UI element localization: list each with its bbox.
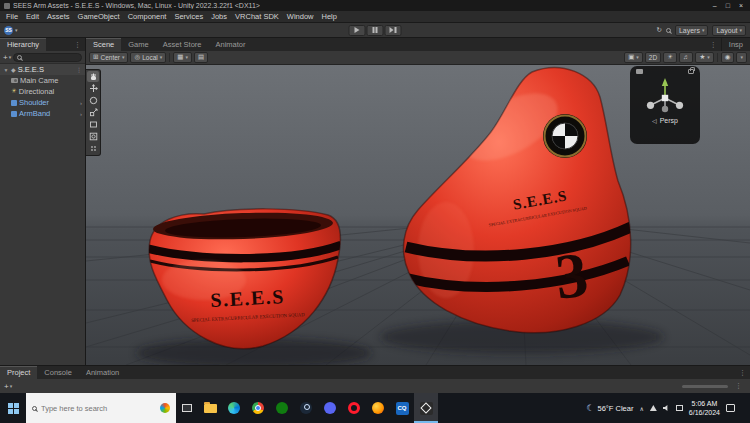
scene-orientation-gizmo[interactable]: ◁ Persp [630,66,700,144]
close-button[interactable]: × [739,2,743,9]
search-highlights-icon[interactable] [160,403,170,413]
menu-edit[interactable]: Edit [22,12,43,21]
network-icon[interactable] [650,405,657,411]
panel-menu-icon[interactable]: ⋮ [735,382,742,390]
taskbar-app-firefox[interactable] [366,393,390,423]
taskbar-app-file-explorer[interactable] [198,393,222,423]
menu-window[interactable]: Window [283,12,318,21]
scene-row[interactable]: ▼ ◆ S.E.E.S ⋮ [0,64,85,75]
hierarchy-item-shoulder[interactable]: Shoulder › [0,97,85,108]
view-hand-tool-button[interactable] [87,71,99,82]
battery-icon[interactable] [676,405,683,411]
maximize-button[interactable]: □ [726,2,730,9]
layers-label: Layers [679,27,700,34]
hidden-icons-chevron[interactable]: ∧ [639,405,643,412]
gizmos-dropdown-button[interactable]: ▾ [736,52,747,63]
scene-viewport[interactable]: S.E.E.S SPECIAL EXTRACURRICULAR EXECUTIO… [86,65,750,365]
layers-dropdown[interactable]: Layers ▾ [675,25,709,36]
taskbar-app-edge[interactable] [222,393,246,423]
start-button[interactable] [0,393,26,423]
tab-project[interactable]: Project [0,366,37,379]
layout-dropdown[interactable]: Layout ▾ [712,25,746,36]
panel-menu-icon[interactable]: ⋮ [710,41,717,49]
taskbar-clock[interactable]: 5:06 AM 6/16/2024 [689,399,720,417]
account-dropdown[interactable]: SS ▾ [4,26,18,35]
prefab-open-chevron-icon[interactable]: › [80,100,82,106]
axis-gizmo[interactable] [641,74,689,116]
tab-console[interactable]: Console [37,366,79,379]
transform-tool-button[interactable] [87,131,99,142]
prefab-open-chevron-icon[interactable]: › [80,111,82,117]
menu-vrchat-sdk[interactable]: VRChat SDK [231,12,283,21]
step-button[interactable] [385,25,402,36]
foldout-icon[interactable]: ▼ [3,67,9,73]
shoulder-roundel-emblem [543,114,587,158]
visibility-toggle-button[interactable]: ◉ [721,52,735,63]
moon-icon: ☾ [586,404,594,413]
audio-toggle-button[interactable]: ♬ [679,52,694,63]
taskbar-app-cq[interactable]: CQ [390,393,414,423]
tab-hierarchy[interactable]: Hierarchy [0,38,46,51]
volume-icon[interactable] [663,405,670,411]
search-icon[interactable] [666,28,671,33]
pause-button[interactable] [367,25,384,36]
hierarchy-search-input[interactable] [24,54,78,61]
minimize-button[interactable]: – [713,2,717,9]
menu-services[interactable]: Services [170,12,207,21]
hierarchy-item-armband[interactable]: ArmBand › [0,108,85,119]
lighting-toggle-button[interactable]: ☀ [663,52,677,63]
tab-asset-store[interactable]: Asset Store [156,38,209,51]
taskbar-app-steam[interactable] [294,393,318,423]
clock-time: 5:06 AM [689,399,720,408]
action-center-icon[interactable] [726,404,735,412]
hierarchy-item-directional-light[interactable]: ☀ Directional [0,86,85,97]
play-button[interactable] [349,25,366,36]
tab-animator[interactable]: Animator [209,38,253,51]
effects-dropdown-button[interactable]: ★ ▾ [695,52,713,63]
tool-handle-position-button[interactable]: ⊞ Center ▾ [89,52,128,63]
project-add-button[interactable]: +▾ [4,382,12,391]
weather-widget[interactable]: ☾ 56°F Clear [586,404,633,413]
menu-file[interactable]: File [2,12,22,21]
gizmo-lock-icon[interactable] [688,69,694,74]
hierarchy-item-main-camera[interactable]: Main Came [0,75,85,86]
camera-settings-button[interactable]: ▣ ▾ [624,52,643,63]
taskbar-app-discord[interactable] [318,393,342,423]
snap-toggle-button[interactable]: ▤ [194,52,208,63]
menu-jobs[interactable]: Jobs [207,12,231,21]
taskbar-app-chrome[interactable] [246,393,270,423]
prefab-cube-icon [11,111,17,117]
2d-toggle-button[interactable]: 2D [645,52,661,63]
taskbar-app-xbox[interactable] [270,393,294,423]
menu-component[interactable]: Component [124,12,171,21]
scene-menu-icon[interactable]: ⋮ [76,66,82,73]
grid-visibility-button[interactable]: ▦ ▾ [173,52,192,63]
panel-menu-icon[interactable]: ⋮ [74,41,81,49]
hierarchy-search[interactable] [13,53,82,62]
menu-help[interactable]: Help [318,12,341,21]
gizmo-perspective-label[interactable]: Persp [660,117,678,124]
tab-animation[interactable]: Animation [79,366,126,379]
undo-history-icon[interactable]: ↻ [656,27,661,34]
taskbar-app-unity[interactable] [414,393,438,423]
tab-scene[interactable]: Scene [86,38,121,51]
tab-game[interactable]: Game [121,38,155,51]
taskbar-app-opera[interactable] [342,393,366,423]
move-tool-button[interactable] [87,83,99,94]
taskbar-search-input[interactable] [41,404,137,413]
unity-taskbar-icon [420,402,433,415]
gizmo-prev-arrow-icon[interactable]: ◁ [652,117,657,124]
hierarchy-add-button[interactable]: +▾ [3,53,11,62]
taskbar-search[interactable] [26,393,176,423]
task-view-button[interactable] [176,393,198,423]
scale-tool-button[interactable] [87,107,99,118]
menu-gameobject[interactable]: GameObject [74,12,124,21]
custom-tools-button[interactable] [87,143,99,154]
panel-menu-icon[interactable]: ⋮ [739,369,746,377]
tool-handle-rotation-button[interactable]: ◎ Local ▾ [130,52,166,63]
project-scrollbar[interactable] [682,385,728,388]
tab-inspector[interactable]: Insp [722,38,750,51]
menu-assets[interactable]: Assets [43,12,74,21]
rect-tool-button[interactable] [87,119,99,130]
rotate-tool-button[interactable] [87,95,99,106]
